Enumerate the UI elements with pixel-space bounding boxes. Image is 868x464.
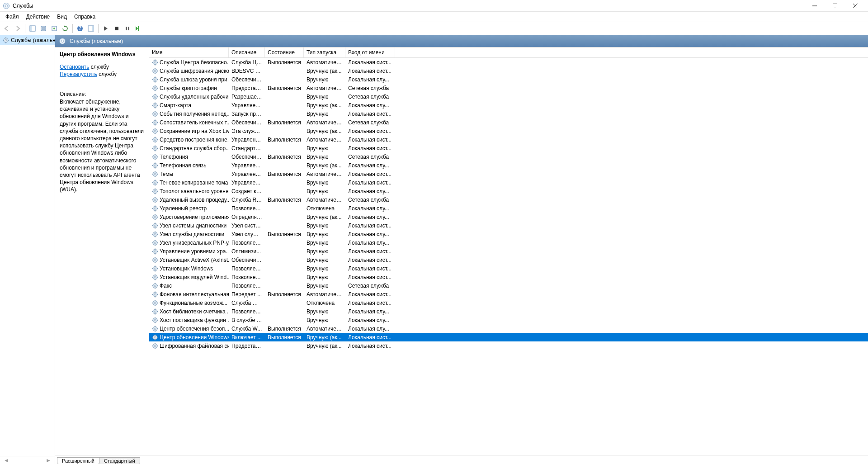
service-startup: Вручную (ак... xyxy=(304,334,345,341)
service-row[interactable]: Службы удаленных рабочи...Разрешает ...В… xyxy=(149,92,868,101)
service-row[interactable]: Стандартная служба сбор...Стандартн...Вр… xyxy=(149,144,868,152)
service-row[interactable]: Узел службы диагностикиУзел служб...Выпо… xyxy=(149,230,868,238)
restart-service-link[interactable]: Перезапустить xyxy=(60,71,97,77)
nav-forward-button[interactable] xyxy=(13,24,23,33)
service-description: Передает ... xyxy=(229,291,265,298)
pane-header-title: Службы (локальные) xyxy=(70,38,123,44)
service-name: Телефонная связь xyxy=(160,162,206,169)
service-row[interactable]: Хост поставщика функции ...В службе F...… xyxy=(149,316,868,324)
tree-scrollbar[interactable]: ◄ ► xyxy=(0,456,55,464)
stop-service-button[interactable] xyxy=(112,24,122,33)
tab-extended[interactable]: Расширенный xyxy=(57,457,99,464)
service-row[interactable]: Управление уровнями хра...Оптимизи...Вру… xyxy=(149,247,868,256)
service-row[interactable]: События получения непод...Запуск при...В… xyxy=(149,109,868,118)
service-startup: Вручную xyxy=(304,282,345,289)
service-startup: Автоматичес... xyxy=(304,85,345,92)
column-logon[interactable]: Вход от имени xyxy=(345,47,395,57)
gear-icon xyxy=(152,257,158,263)
minimize-button[interactable] xyxy=(804,0,825,12)
service-row[interactable]: Сохранение игр на Xbox LiveЭта служба...… xyxy=(149,127,868,135)
tab-standard[interactable]: Стандартный xyxy=(99,457,140,464)
service-startup: Вручную xyxy=(304,231,345,238)
service-state xyxy=(265,217,304,218)
scroll-left-icon[interactable]: ◄ xyxy=(2,457,11,464)
service-row[interactable]: Удостоверение приложенияОпределяе...Вруч… xyxy=(149,213,868,221)
service-row[interactable]: ТелефонияОбеспечив...ВыполняетсяВручнуюС… xyxy=(149,152,868,161)
service-name: Службы криптографии xyxy=(160,85,217,91)
service-logon: Локальная сист... xyxy=(345,145,395,152)
service-state xyxy=(265,311,304,312)
service-logon: Локальная слу... xyxy=(345,76,395,83)
service-startup: Вручную (ак... xyxy=(304,213,345,221)
service-row[interactable]: Смарт-картаУправляет ...Вручную (ак...Ло… xyxy=(149,101,868,109)
gear-icon xyxy=(152,248,158,255)
column-startup[interactable]: Тип запуска xyxy=(304,47,345,57)
service-row[interactable]: Фоновая интеллектуальная...Передает ...В… xyxy=(149,290,868,298)
service-startup: Вручную xyxy=(304,256,345,264)
service-description: Предостав... xyxy=(229,342,265,350)
service-row[interactable]: Хост библиотеки счетчика ...Позволяет ..… xyxy=(149,307,868,316)
service-description: Управлени... xyxy=(229,170,265,178)
pause-service-button[interactable] xyxy=(123,24,132,33)
service-row[interactable]: Удаленный вызов процеду...Служба RP...Вы… xyxy=(149,195,868,204)
scroll-right-icon[interactable]: ► xyxy=(44,457,53,464)
service-row[interactable]: Установщик модулей Wind...Позволяет ...В… xyxy=(149,273,868,281)
service-name: Темы xyxy=(160,171,173,177)
gear-icon xyxy=(152,128,158,134)
maximize-button[interactable] xyxy=(825,0,845,12)
service-row[interactable]: Сопоставитель конечных т...Обеспечив...В… xyxy=(149,118,868,127)
service-row[interactable]: Телефонная связьУправляет ...Вручную (ак… xyxy=(149,161,868,170)
export-list-button[interactable] xyxy=(38,24,48,33)
service-row[interactable]: Установщик WindowsПозволяет ...ВручнуюЛо… xyxy=(149,264,868,273)
service-row[interactable]: Узел универсальных PNP-у...Позволяет ...… xyxy=(149,238,868,247)
service-row[interactable]: Функциональные возмож...Служба фу...Откл… xyxy=(149,298,868,307)
properties-button[interactable] xyxy=(49,24,59,33)
service-row[interactable]: Средство построения коне...Управлени...В… xyxy=(149,135,868,144)
service-name: Телефония xyxy=(160,154,188,160)
menu-action[interactable]: Действие xyxy=(23,13,54,21)
service-name: Установщик модулей Wind... xyxy=(160,274,229,280)
service-row[interactable]: Центр обеспечения безоп...Служба W...Вып… xyxy=(149,324,868,333)
nav-back-button[interactable] xyxy=(2,24,12,33)
column-description[interactable]: Описание xyxy=(229,47,265,57)
column-name[interactable]: Имя xyxy=(149,47,229,57)
gear-icon xyxy=(152,265,158,272)
column-state[interactable]: Состояние xyxy=(265,47,304,57)
stop-service-link[interactable]: Остановить xyxy=(60,64,90,70)
service-row[interactable]: Шифрованная файловая си...Предостав...Вр… xyxy=(149,341,868,350)
service-row[interactable]: Узел системы диагностикиУзел систе...Вру… xyxy=(149,221,868,230)
service-row[interactable]: Службы криптографииПредостав...Выполняет… xyxy=(149,84,868,92)
pane-header: Службы (локальные) xyxy=(55,35,868,47)
menu-file[interactable]: Файл xyxy=(2,13,23,21)
service-description: Управляет ... xyxy=(229,162,265,169)
menu-view[interactable]: Вид xyxy=(53,13,71,21)
service-row[interactable]: Служба шлюза уровня при...Обеспечив...Вр… xyxy=(149,75,868,84)
service-row[interactable]: ТемыУправлени...ВыполняетсяАвтоматичес..… xyxy=(149,170,868,178)
service-state: Выполняется xyxy=(265,334,304,341)
service-row[interactable]: Установщик ActiveX (AxInst...Обеспечив..… xyxy=(149,256,868,264)
tree-root-item[interactable]: Службы (локальн xyxy=(0,35,55,45)
show-hide-tree-button[interactable] xyxy=(28,24,38,33)
service-row[interactable]: Тополог канального уровняСоздает ка...Вр… xyxy=(149,187,868,195)
refresh-button[interactable] xyxy=(60,24,70,33)
service-startup: Вручную xyxy=(304,317,345,324)
title-bar: Службы xyxy=(0,0,868,12)
service-row[interactable]: ФаксПозволяет ...ВручнуюСетевая служба xyxy=(149,281,868,290)
service-row[interactable]: Служба шифрования диско...BDESVC пр...Вр… xyxy=(149,66,868,75)
list-header: Имя Описание Состояние Тип запуска Вход … xyxy=(149,47,868,58)
service-row[interactable]: Теневое копирование томаУправляет ...Вру… xyxy=(149,178,868,187)
help-button[interactable]: ? xyxy=(75,24,85,33)
service-description: Позволяет ... xyxy=(229,282,265,289)
service-row[interactable]: Центр обновления WindowsВключает ...Выпо… xyxy=(149,333,868,341)
window-title: Службы xyxy=(13,3,804,9)
service-row[interactable]: Удаленный реестрПозволяет ...ОтключенаЛо… xyxy=(149,204,868,213)
service-row[interactable]: Служба Центра безопасно...Служба Це...Вы… xyxy=(149,58,868,66)
menu-help[interactable]: Справка xyxy=(71,13,99,21)
service-description: Служба фу... xyxy=(229,299,265,307)
close-button[interactable] xyxy=(845,0,865,12)
service-list[interactable]: Имя Описание Состояние Тип запуска Вход … xyxy=(149,47,868,455)
start-service-button[interactable] xyxy=(101,24,111,33)
action-pane-button[interactable] xyxy=(86,24,96,33)
restart-service-button[interactable] xyxy=(133,24,143,33)
gear-icon xyxy=(152,308,158,315)
